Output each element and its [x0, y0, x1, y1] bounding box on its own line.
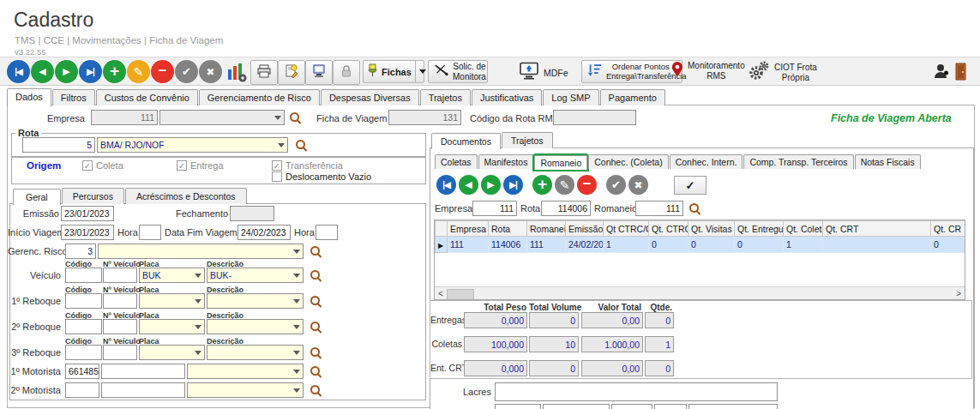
hora-inicio-field[interactable]	[139, 225, 161, 240]
romaneio-edit-button[interactable]	[555, 175, 574, 195]
exit-door-icon[interactable]	[954, 62, 967, 84]
veiculo-placa-combo[interactable]: BUK	[139, 268, 205, 283]
chart-icon[interactable]	[225, 61, 248, 87]
tab-notas-fiscais[interactable]: Notas Fiscais	[855, 154, 921, 169]
veiculo-search-icon[interactable]	[310, 269, 322, 282]
reboque2-placa-combo[interactable]	[139, 319, 205, 334]
confirm-button[interactable]	[175, 60, 198, 83]
tab-geral[interactable]: Geral	[13, 189, 61, 205]
tab-pagamento[interactable]: Pagamento	[600, 89, 665, 105]
rota-descricao-combo[interactable]: BMA/ RJO/NOF	[97, 137, 288, 153]
ficha-viagem-field[interactable]: 131	[388, 110, 461, 125]
transferencia-checkbox[interactable]: Transferência	[272, 160, 343, 171]
tab-trajetos-doc[interactable]: Trajetos	[502, 132, 553, 148]
fichas-button[interactable]: Fichas	[363, 60, 424, 83]
motorista2-codigo-field[interactable]	[65, 382, 99, 398]
romaneio-rota-field[interactable]: 114006	[541, 201, 591, 216]
deslocamento-vazio-checkbox[interactable]: Deslocamento Vazio	[272, 171, 371, 182]
empresa-name-combo[interactable]	[159, 110, 285, 125]
tab-documentos[interactable]: Documentos	[431, 133, 501, 149]
print-button[interactable]	[250, 60, 278, 85]
nav-last-button[interactable]	[79, 60, 102, 83]
romaneio-nav-first-button[interactable]	[436, 175, 456, 195]
reboque3-numero-field[interactable]	[103, 345, 137, 360]
monitoramento-rms-button[interactable]: Monitoramento RMS	[671, 61, 745, 81]
tab-romaneio[interactable]: Romaneio	[534, 155, 587, 170]
tab-comp-transp-terceiros[interactable]: Comp. Transp. Terceiros	[743, 154, 853, 169]
tab-manifestos[interactable]: Manifestos	[478, 154, 534, 169]
reboque2-descricao-combo[interactable]	[207, 319, 304, 334]
print-preview-button[interactable]	[305, 60, 333, 85]
bottom-field-1[interactable]	[495, 404, 541, 409]
grid-col-qtctrccol[interactable]: Qt CTRC/Col	[604, 221, 649, 237]
reboque3-descricao-combo[interactable]	[207, 345, 304, 360]
motorista2-combo[interactable]	[187, 382, 304, 398]
motorista1-combo[interactable]	[187, 364, 304, 379]
tab-gerenciamento-risco[interactable]: Gerenciamento de Risco	[199, 89, 320, 105]
grid-col-qtcrt[interactable]: Qt. CRT	[823, 221, 931, 237]
romaneio-nav-next-button[interactable]	[481, 175, 501, 195]
tab-dados[interactable]: Dados	[7, 88, 51, 106]
tab-coletas[interactable]: Coletas	[435, 154, 478, 169]
veiculo-codigo-field[interactable]	[65, 268, 102, 283]
tab-trajetos[interactable]: Trajetos	[420, 89, 471, 105]
empresa-code-field[interactable]: 111	[91, 110, 158, 125]
grid-col-qtctrc[interactable]: Qt. CTRC	[649, 221, 688, 237]
romaneio-confirm-button[interactable]	[606, 175, 626, 195]
romaneio-delete-button[interactable]	[577, 175, 597, 195]
ordenar-pontos-button[interactable]: Ordenar Pontos de Entrega\Transferência	[581, 60, 682, 83]
hora-fim-field[interactable]	[316, 225, 338, 240]
motorista1-codigo-field[interactable]: 661485	[65, 364, 99, 379]
romaneio-cancel-button[interactable]	[628, 175, 648, 195]
grid-col-empresa[interactable]: Empresa	[448, 221, 489, 237]
scroll-right-icon[interactable]: >	[956, 289, 961, 298]
reboque1-codigo-field[interactable]	[65, 293, 102, 309]
lacres-field[interactable]	[495, 382, 778, 401]
nav-first-button[interactable]	[7, 60, 30, 83]
gerenc-risco-search-icon[interactable]	[310, 245, 322, 258]
tab-custos-convenio[interactable]: Custos de Convênio	[96, 89, 198, 105]
grid-col-emissao[interactable]: Emissão	[566, 221, 604, 237]
motorista1-nome-field[interactable]	[101, 364, 185, 379]
emissao-field[interactable]: 23/01/2023	[61, 206, 114, 221]
solic-monitora-button[interactable]: Solic. de Monitora	[428, 60, 488, 83]
tab-despesas-diversas[interactable]: Despesas Diversas	[321, 89, 419, 105]
rota-search-icon[interactable]	[295, 139, 308, 152]
empresa-search-icon[interactable]	[289, 111, 302, 124]
coleta-checkbox[interactable]: Coleta	[82, 160, 123, 171]
tab-conhec-coleta[interactable]: Conhec. (Coleta)	[588, 154, 668, 169]
delete-button[interactable]	[151, 60, 174, 83]
ciot-frota-button[interactable]: CIOT Frota Própria	[748, 61, 817, 84]
bottom-field-3[interactable]	[611, 404, 652, 409]
reboque3-placa-combo[interactable]	[139, 345, 205, 360]
romaneio-empresa-field[interactable]: 111	[472, 201, 517, 216]
bottom-field-5[interactable]	[688, 404, 778, 409]
tab-conhec-intern[interactable]: Conhec. Intern.	[670, 154, 743, 169]
reboque3-search-icon[interactable]	[310, 346, 322, 359]
rota-code-field[interactable]: 5	[22, 137, 95, 153]
table-row[interactable]: 111 114006 111 24/02/2023 1 0 0 0 1 0	[436, 237, 966, 253]
tab-filtros[interactable]: Filtros	[52, 89, 95, 105]
reboque1-descricao-combo[interactable]	[207, 293, 304, 309]
romaneio-search-icon[interactable]	[688, 202, 701, 215]
tab-justificativas[interactable]: Justificativas	[472, 89, 542, 105]
grid-col-qtcoleta[interactable]: Qt. Coleta	[784, 221, 823, 237]
romaneio-romaneio-field[interactable]: 111	[635, 201, 683, 216]
user-icon[interactable]	[933, 63, 950, 82]
motorista1-search-icon[interactable]	[310, 365, 322, 378]
entrega-checkbox[interactable]: Entrega	[177, 160, 224, 171]
gerenc-risco-combo[interactable]	[98, 244, 304, 259]
romaneio-check-button[interactable]	[674, 176, 706, 195]
grid-col-qtcr[interactable]: Qt. CR	[931, 221, 966, 237]
edit-button[interactable]	[127, 60, 150, 83]
romaneio-add-button[interactable]	[532, 175, 552, 195]
fichas-dropdown-arrow[interactable]	[415, 61, 426, 82]
codigo-rota-rms-field[interactable]	[553, 110, 636, 125]
motorista2-search-icon[interactable]	[310, 384, 322, 397]
grid-col-romaneio[interactable]: Romaneio	[527, 221, 566, 237]
fechamento-field[interactable]	[230, 206, 274, 221]
tab-log-smp[interactable]: Log SMP	[543, 89, 598, 105]
nav-prev-button[interactable]	[31, 60, 54, 83]
mdfe-button[interactable]: MDFe	[519, 62, 568, 84]
inicio-viagem-field[interactable]: 23/01/2023	[61, 225, 114, 240]
